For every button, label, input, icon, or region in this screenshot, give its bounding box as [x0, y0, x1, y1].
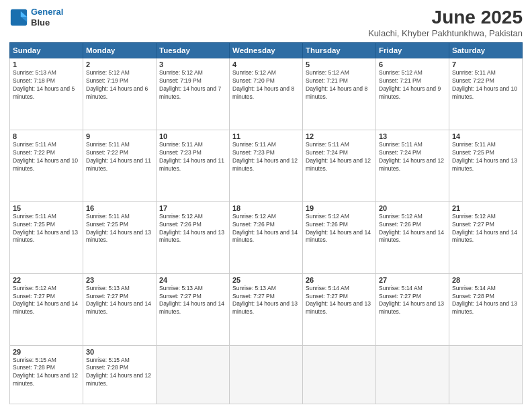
day-number: 25: [232, 276, 300, 284]
calendar-cell: 19Sunrise: 5:12 AMSunset: 7:26 PMDayligh…: [303, 201, 376, 273]
calendar-cell: 14Sunrise: 5:11 AMSunset: 7:25 PMDayligh…: [449, 130, 523, 201]
calendar-cell: 15Sunrise: 5:11 AMSunset: 7:25 PMDayligh…: [10, 201, 83, 273]
sunrise-label: Sunrise: 5:15 AM: [13, 357, 56, 363]
sunrise-label: Sunrise: 5:14 AM: [379, 285, 423, 291]
sunset-label: Sunset: 7:26 PM: [379, 221, 421, 228]
daylight-label: Daylight: 14 hours and 13 minutes.: [306, 300, 371, 315]
sunrise-label: Sunrise: 5:12 AM: [232, 69, 276, 76]
daylight-label: Daylight: 14 hours and 13 minutes.: [379, 300, 444, 315]
day-number: 15: [13, 204, 80, 212]
header-sunday: Sunday: [10, 43, 83, 58]
sunset-label: Sunset: 7:20 PM: [232, 77, 275, 84]
sunrise-label: Sunrise: 5:13 AM: [232, 285, 276, 291]
day-info: Sunrise: 5:13 AMSunset: 7:27 PMDaylight:…: [232, 285, 300, 317]
day-info: Sunrise: 5:12 AMSunset: 7:27 PMDaylight:…: [452, 213, 519, 245]
day-info: Sunrise: 5:12 AMSunset: 7:21 PMDaylight:…: [379, 69, 446, 101]
day-number: 8: [13, 132, 80, 140]
daylight-label: Daylight: 14 hours and 8 minutes.: [306, 85, 367, 100]
sunset-label: Sunset: 7:27 PM: [13, 293, 55, 300]
sunrise-label: Sunrise: 5:12 AM: [452, 213, 496, 220]
calendar-week-row: 15Sunrise: 5:11 AMSunset: 7:25 PMDayligh…: [10, 201, 523, 273]
calendar-cell: 4Sunrise: 5:12 AMSunset: 7:20 PMDaylight…: [230, 58, 303, 130]
calendar-cell: 26Sunrise: 5:14 AMSunset: 7:27 PMDayligh…: [303, 273, 376, 345]
daylight-label: Daylight: 14 hours and 8 minutes.: [232, 85, 294, 100]
logo-icon: [9, 8, 28, 27]
daylight-label: Daylight: 14 hours and 14 minutes.: [379, 229, 444, 244]
day-number: 19: [306, 204, 373, 212]
sunset-label: Sunset: 7:28 PM: [13, 364, 55, 371]
day-number: 27: [379, 276, 446, 284]
day-number: 2: [86, 60, 153, 68]
calendar-cell: 25Sunrise: 5:13 AMSunset: 7:27 PMDayligh…: [230, 273, 303, 345]
day-info: Sunrise: 5:12 AMSunset: 7:26 PMDaylight:…: [379, 213, 446, 245]
sunset-label: Sunset: 7:19 PM: [159, 77, 202, 84]
day-number: 10: [159, 132, 226, 140]
sunrise-label: Sunrise: 5:12 AM: [306, 69, 349, 76]
sunset-label: Sunset: 7:22 PM: [86, 149, 128, 156]
day-info: Sunrise: 5:11 AMSunset: 7:22 PMDaylight:…: [13, 141, 80, 173]
header-monday: Monday: [83, 43, 157, 58]
sunset-label: Sunset: 7:23 PM: [159, 149, 202, 156]
calendar-cell: 20Sunrise: 5:12 AMSunset: 7:26 PMDayligh…: [376, 201, 449, 273]
sunset-label: Sunset: 7:25 PM: [452, 149, 494, 156]
daylight-label: Daylight: 14 hours and 14 minutes.: [232, 229, 298, 244]
sunrise-label: Sunrise: 5:12 AM: [232, 213, 276, 220]
calendar-cell: 23Sunrise: 5:13 AMSunset: 7:27 PMDayligh…: [83, 273, 157, 345]
day-number: 21: [452, 204, 519, 212]
daylight-label: Daylight: 14 hours and 5 minutes.: [13, 85, 75, 100]
day-number: 22: [13, 276, 80, 284]
sunset-label: Sunset: 7:24 PM: [306, 149, 348, 156]
calendar-cell: 27Sunrise: 5:14 AMSunset: 7:27 PMDayligh…: [376, 273, 449, 345]
sunrise-label: Sunrise: 5:11 AM: [306, 141, 349, 148]
calendar-week-row: 8Sunrise: 5:11 AMSunset: 7:22 PMDaylight…: [10, 130, 523, 201]
calendar-cell: 6Sunrise: 5:12 AMSunset: 7:21 PMDaylight…: [376, 58, 449, 130]
daylight-label: Daylight: 14 hours and 10 minutes.: [452, 85, 517, 100]
day-number: 28: [452, 276, 519, 284]
daylight-label: Daylight: 14 hours and 13 minutes.: [452, 157, 517, 172]
calendar-header-row: SundayMondayTuesdayWednesdayThursdayFrid…: [10, 43, 523, 58]
calendar-cell: 12Sunrise: 5:11 AMSunset: 7:24 PMDayligh…: [303, 130, 376, 201]
day-number: 20: [379, 204, 446, 212]
daylight-label: Daylight: 14 hours and 10 minutes.: [13, 157, 78, 172]
sunrise-label: Sunrise: 5:12 AM: [86, 69, 130, 76]
day-info: Sunrise: 5:14 AMSunset: 7:28 PMDaylight:…: [452, 285, 519, 317]
sunrise-label: Sunrise: 5:12 AM: [159, 213, 203, 220]
day-info: Sunrise: 5:11 AMSunset: 7:25 PMDaylight:…: [452, 141, 519, 173]
daylight-label: Daylight: 14 hours and 12 minutes.: [86, 372, 151, 387]
daylight-label: Daylight: 14 hours and 6 minutes.: [86, 85, 148, 100]
day-number: 6: [379, 60, 446, 68]
sunrise-label: Sunrise: 5:11 AM: [86, 141, 130, 148]
calendar-cell: 18Sunrise: 5:12 AMSunset: 7:26 PMDayligh…: [230, 201, 303, 273]
sunrise-label: Sunrise: 5:11 AM: [232, 141, 276, 148]
page: General Blue June 2025 Kulachi, Khyber P…: [0, 0, 532, 411]
calendar-cell: 5Sunrise: 5:12 AMSunset: 7:21 PMDaylight…: [303, 58, 376, 130]
calendar-cell: 21Sunrise: 5:12 AMSunset: 7:27 PMDayligh…: [449, 201, 523, 273]
logo-text: General Blue: [31, 7, 63, 28]
calendar-cell: 3Sunrise: 5:12 AMSunset: 7:19 PMDaylight…: [157, 58, 230, 130]
sunset-label: Sunset: 7:27 PM: [159, 293, 202, 300]
day-number: 4: [232, 60, 300, 68]
sunset-label: Sunset: 7:25 PM: [86, 221, 128, 228]
day-number: 23: [86, 276, 153, 284]
sunrise-label: Sunrise: 5:11 AM: [13, 141, 56, 148]
sunrise-label: Sunrise: 5:11 AM: [159, 141, 203, 148]
sunset-label: Sunset: 7:28 PM: [452, 293, 494, 300]
daylight-label: Daylight: 14 hours and 14 minutes.: [159, 300, 224, 315]
day-number: 12: [306, 132, 373, 140]
calendar-cell: [230, 345, 303, 404]
sunrise-label: Sunrise: 5:11 AM: [379, 141, 423, 148]
daylight-label: Daylight: 14 hours and 13 minutes.: [13, 229, 78, 244]
day-info: Sunrise: 5:11 AMSunset: 7:24 PMDaylight:…: [379, 141, 446, 173]
day-number: 9: [86, 132, 153, 140]
calendar-week-row: 22Sunrise: 5:12 AMSunset: 7:27 PMDayligh…: [10, 273, 523, 345]
daylight-label: Daylight: 14 hours and 13 minutes.: [452, 300, 517, 315]
daylight-label: Daylight: 14 hours and 12 minutes.: [379, 157, 444, 172]
sunset-label: Sunset: 7:26 PM: [232, 221, 275, 228]
calendar-cell: 2Sunrise: 5:12 AMSunset: 7:19 PMDaylight…: [83, 58, 157, 130]
sunset-label: Sunset: 7:18 PM: [13, 77, 55, 84]
daylight-label: Daylight: 14 hours and 14 minutes.: [86, 300, 151, 315]
daylight-label: Daylight: 14 hours and 14 minutes.: [306, 229, 371, 244]
day-number: 16: [86, 204, 153, 212]
sunset-label: Sunset: 7:19 PM: [86, 77, 128, 84]
sunrise-label: Sunrise: 5:13 AM: [86, 285, 130, 291]
